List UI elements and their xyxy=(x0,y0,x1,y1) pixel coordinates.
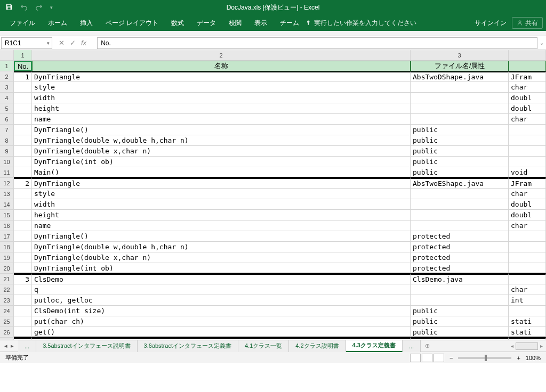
cell-no[interactable] xyxy=(14,114,32,125)
cell-file[interactable] xyxy=(411,114,509,125)
share-button[interactable]: 共有 xyxy=(512,17,543,29)
row-header[interactable]: 18 xyxy=(0,242,14,252)
cell-name[interactable]: CircularQueueClsDemo xyxy=(32,338,411,340)
cell-no[interactable] xyxy=(14,157,32,167)
new-sheet-icon[interactable]: ⊕ xyxy=(421,342,434,349)
cell-no[interactable]: 2 xyxy=(14,178,32,189)
tab-pagelayout[interactable]: ページ レイアウト xyxy=(99,15,165,31)
row-header[interactable]: 8 xyxy=(0,135,14,146)
cell-no[interactable] xyxy=(14,263,32,274)
cell-name[interactable]: DynTriangle(double w,double h,char n) xyxy=(32,135,411,146)
sheet-tab-0[interactable]: 3.5abstractインタフェース説明書 xyxy=(36,340,137,352)
tab-data[interactable]: データ xyxy=(190,15,222,31)
row-header[interactable]: 7 xyxy=(0,125,14,135)
undo-icon[interactable] xyxy=(20,3,28,12)
cell-name[interactable]: put(char ch) xyxy=(32,316,411,327)
cell-attr[interactable] xyxy=(509,157,546,167)
row-header[interactable]: 26 xyxy=(0,327,14,338)
zoom-slider[interactable] xyxy=(458,357,511,359)
tab-file[interactable]: ファイル xyxy=(3,15,42,31)
view-normal-icon[interactable] xyxy=(410,354,421,362)
formula-bar-expand-icon[interactable]: ⌄ xyxy=(537,40,546,46)
zoom-in-icon[interactable]: + xyxy=(517,355,520,361)
cell-attr[interactable]: JFram xyxy=(509,71,546,82)
cell-attr[interactable] xyxy=(509,252,546,263)
cell-no[interactable] xyxy=(14,199,32,210)
view-pagelayout-icon[interactable] xyxy=(422,354,432,362)
cell-no[interactable]: 1 xyxy=(14,71,32,82)
cell-attr[interactable]: char xyxy=(509,82,546,93)
cell-file[interactable]: ClsDemo.java xyxy=(411,338,509,340)
row-header[interactable]: 27 xyxy=(0,338,14,340)
cell-name[interactable]: DynTriangle() xyxy=(32,125,411,135)
cell-header-attr[interactable] xyxy=(509,61,546,71)
zoom-level[interactable]: 100% xyxy=(526,355,541,361)
cell-name[interactable]: DynTriangle(double x,char n) xyxy=(32,252,411,263)
cell-name[interactable]: q xyxy=(32,284,411,295)
enter-formula-icon[interactable]: ✓ xyxy=(70,39,76,47)
cell-name[interactable]: Main() xyxy=(32,167,411,178)
row-header[interactable]: 2 xyxy=(0,71,14,82)
cell-file[interactable]: public xyxy=(411,157,509,167)
cell-file[interactable] xyxy=(411,284,509,295)
row-header[interactable]: 15 xyxy=(0,210,14,220)
row-header[interactable]: 17 xyxy=(0,231,14,242)
cell-attr[interactable] xyxy=(509,306,546,316)
cell-attr[interactable] xyxy=(509,338,546,340)
sheet-tab-1[interactable]: 3.6abstractインタフェース定義書 xyxy=(138,340,238,352)
hscroll-right-icon[interactable]: ▸ xyxy=(540,343,543,349)
cell-file[interactable] xyxy=(411,189,509,199)
cell-file[interactable]: protected xyxy=(411,263,509,274)
cell-file[interactable] xyxy=(411,295,509,306)
tab-review[interactable]: 校閲 xyxy=(222,15,248,31)
cell-no[interactable] xyxy=(14,284,32,295)
cell-file[interactable]: public xyxy=(411,167,509,178)
cell-no[interactable] xyxy=(14,252,32,263)
qat-customize-icon[interactable]: ▾ xyxy=(50,5,53,10)
cell-no[interactable] xyxy=(14,220,32,231)
cell-file[interactable]: public xyxy=(411,316,509,327)
cell-name[interactable]: get() xyxy=(32,327,411,338)
row-header[interactable]: 20 xyxy=(0,263,14,274)
sheet-tab-ellipsis-left[interactable]: ... xyxy=(18,340,36,352)
cell-attr[interactable]: stati xyxy=(509,316,546,327)
cell-attr[interactable] xyxy=(509,125,546,135)
cell-header-file[interactable]: ファイル名/属性 xyxy=(411,61,509,71)
cell-name[interactable]: name xyxy=(32,220,411,231)
cell-file[interactable]: public xyxy=(411,135,509,146)
cell-file[interactable] xyxy=(411,220,509,231)
cell-no[interactable] xyxy=(14,125,32,135)
col-header[interactable] xyxy=(509,50,546,61)
cell-no[interactable] xyxy=(14,189,32,199)
cell-no[interactable] xyxy=(14,146,32,157)
cell-attr[interactable] xyxy=(509,242,546,252)
cell-attr[interactable]: char xyxy=(509,284,546,295)
row-header[interactable]: 10 xyxy=(0,157,14,167)
cell-name[interactable]: ClsDemo(int size) xyxy=(32,306,411,316)
row-header[interactable]: 5 xyxy=(0,103,14,114)
tell-me-search[interactable]: 実行したい作業を入力してください xyxy=(306,19,416,28)
cell-attr[interactable] xyxy=(509,274,546,284)
row-header[interactable]: 14 xyxy=(0,199,14,210)
cell-no[interactable] xyxy=(14,327,32,338)
sheet-tab-ellipsis-right[interactable]: ... xyxy=(403,340,421,352)
cell-file[interactable]: protected xyxy=(411,231,509,242)
cell-file[interactable]: public xyxy=(411,146,509,157)
cell-no[interactable] xyxy=(14,82,32,93)
cell-attr[interactable] xyxy=(509,146,546,157)
cell-name[interactable]: name xyxy=(32,114,411,125)
cell-no[interactable] xyxy=(14,167,32,178)
hscroll-track[interactable] xyxy=(516,342,538,350)
cell-file[interactable]: protected xyxy=(411,242,509,252)
cell-attr[interactable] xyxy=(509,263,546,274)
sheet-tab-3[interactable]: 4.2クラス説明書 xyxy=(289,340,346,352)
cell-no[interactable] xyxy=(14,135,32,146)
cell-attr[interactable]: char xyxy=(509,114,546,125)
cell-name[interactable]: width xyxy=(32,199,411,210)
cell-file[interactable] xyxy=(411,82,509,93)
cell-name[interactable]: DynTriangle(int ob) xyxy=(32,263,411,274)
cell-attr[interactable]: JFram xyxy=(509,178,546,189)
col-header[interactable]: 2 xyxy=(32,50,411,61)
name-box[interactable]: R1C1 xyxy=(1,37,52,49)
formula-input[interactable]: No. xyxy=(97,37,537,49)
